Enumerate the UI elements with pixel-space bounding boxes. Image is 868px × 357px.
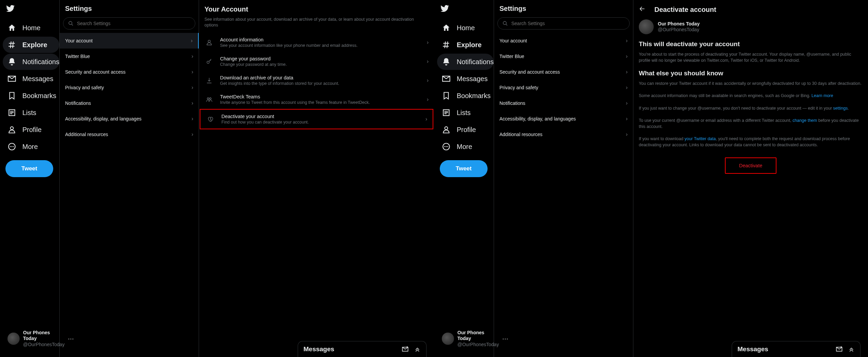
- settings-title: Settings: [494, 0, 633, 17]
- sidebar: Home Explore Notifications Messages Book…: [434, 0, 494, 357]
- detail-column: Your Account See information about your …: [199, 0, 434, 357]
- expand-icon[interactable]: [414, 346, 421, 353]
- settings-twitter-blue[interactable]: Twitter Blue›: [60, 49, 199, 64]
- nav-messages[interactable]: Messages: [3, 71, 59, 87]
- account-name: Our Phones Today: [23, 330, 64, 342]
- option-download-archive[interactable]: Download an archive of your dataGet insi…: [199, 71, 434, 90]
- settings-twitter-blue[interactable]: Twitter Blue›: [494, 49, 633, 64]
- nav-explore[interactable]: Explore: [3, 37, 59, 53]
- chevron-right-icon: ›: [626, 69, 628, 75]
- people-icon: [204, 96, 214, 103]
- svg-point-5: [207, 61, 209, 63]
- nav-label: Notifications: [457, 58, 494, 66]
- chevron-right-icon: ›: [427, 77, 429, 83]
- back-arrow-icon[interactable]: [639, 5, 646, 14]
- deactivate-heading: This will deactivate your account: [633, 40, 868, 51]
- nav-notifications[interactable]: Notifications: [3, 54, 59, 70]
- option-change-password[interactable]: Change your passwordChange your password…: [199, 52, 434, 71]
- nav-profile[interactable]: Profile: [437, 121, 494, 138]
- nav-messages[interactable]: Messages: [437, 71, 494, 87]
- what-else-heading: What else you should know: [633, 70, 868, 80]
- nav-bookmarks[interactable]: Bookmarks: [437, 88, 494, 104]
- settings-additional[interactable]: Additional resources›: [60, 127, 199, 142]
- nav-explore[interactable]: Explore: [437, 37, 494, 53]
- nav-notifications[interactable]: Notifications: [437, 54, 494, 70]
- settings-your-account[interactable]: Your account›: [60, 33, 199, 49]
- settings-notifications[interactable]: Notifications›: [494, 95, 633, 111]
- option-account-info[interactable]: Account informationSee your account info…: [199, 33, 434, 52]
- heartbreak-icon: [206, 116, 215, 123]
- detail-title: Deactivate account: [654, 6, 716, 14]
- nav-profile[interactable]: Profile: [3, 121, 59, 138]
- nav-label: Home: [457, 24, 475, 32]
- settings-search[interactable]: [497, 17, 630, 30]
- deactivate-p6: If you want to download your Twitter dat…: [633, 136, 868, 154]
- nav-lists[interactable]: Lists: [437, 105, 494, 121]
- key-icon: [204, 58, 214, 65]
- expand-icon[interactable]: [848, 346, 855, 353]
- settings-search[interactable]: [63, 17, 195, 30]
- account-switcher[interactable]: Our Phones Today @OurPhonesToday ⋯: [3, 327, 59, 351]
- settings-link[interactable]: settings: [833, 106, 848, 111]
- nav-label: Bookmarks: [22, 92, 56, 100]
- deactivate-button[interactable]: Deactivate: [725, 157, 777, 174]
- chevron-right-icon: ›: [626, 100, 628, 106]
- settings-your-account[interactable]: Your account›: [494, 33, 633, 49]
- messages-dock[interactable]: Messages: [732, 341, 861, 357]
- settings-accessibility[interactable]: Accessibility, display, and languages›: [60, 111, 199, 127]
- new-message-icon[interactable]: [402, 346, 409, 353]
- avatar: [639, 19, 654, 34]
- detail-description: See information about your account, down…: [199, 17, 434, 33]
- messages-dock-title: Messages: [737, 345, 768, 353]
- chevron-right-icon: ›: [426, 116, 427, 122]
- avatar: [7, 333, 20, 345]
- nav-label: Bookmarks: [457, 92, 491, 100]
- nav-more[interactable]: More: [437, 138, 494, 155]
- nav-lists[interactable]: Lists: [3, 105, 59, 121]
- deactivate-user-row[interactable]: Our Phones Today @OurPhonesToday: [633, 17, 868, 40]
- svg-point-6: [207, 98, 209, 99]
- option-tweetdeck-teams[interactable]: TweetDeck TeamsInvite anyone to Tweet fr…: [199, 90, 434, 109]
- download-icon: [204, 77, 214, 84]
- nav-bookmarks[interactable]: Bookmarks: [3, 88, 59, 104]
- settings-column: Settings Your account› Twitter Blue› Sec…: [494, 0, 633, 357]
- change-them-link[interactable]: change them: [792, 118, 817, 123]
- chevron-right-icon: ›: [427, 39, 429, 45]
- settings-privacy[interactable]: Privacy and safety›: [60, 80, 199, 95]
- tweet-button[interactable]: Tweet: [5, 160, 53, 177]
- nav-label: Explore: [457, 41, 481, 49]
- settings-additional[interactable]: Additional resources›: [494, 127, 633, 142]
- svg-point-4: [69, 21, 72, 24]
- settings-accessibility[interactable]: Accessibility, display, and languages›: [494, 111, 633, 127]
- sidebar: Home Explore Notifications Messages Book…: [0, 0, 59, 357]
- search-input[interactable]: [511, 21, 625, 26]
- deactivate-p4: If you just want to change your @usernam…: [633, 105, 868, 117]
- nav-label: Messages: [22, 75, 53, 83]
- account-switcher[interactable]: Our Phones Today @OurPhonesToday ⋯: [437, 327, 494, 351]
- account-handle: @OurPhonesToday: [23, 342, 64, 348]
- twitter-logo[interactable]: [437, 2, 494, 20]
- chevron-right-icon: ›: [427, 58, 429, 64]
- learn-more-link[interactable]: Learn more: [811, 93, 833, 98]
- new-message-icon[interactable]: [836, 346, 843, 353]
- nav-more[interactable]: More: [3, 138, 59, 155]
- settings-security[interactable]: Security and account access›: [494, 64, 633, 80]
- option-deactivate-account[interactable]: Deactivate your accountFind out how you …: [200, 109, 433, 129]
- deactivate-p2: You can restore your Twitter account if …: [633, 80, 868, 93]
- settings-notifications[interactable]: Notifications›: [60, 95, 199, 111]
- nav-home[interactable]: Home: [3, 20, 59, 36]
- settings-security[interactable]: Security and account access›: [60, 64, 199, 80]
- tweet-button[interactable]: Tweet: [440, 160, 488, 177]
- nav-label: Lists: [22, 109, 36, 117]
- messages-dock[interactable]: Messages: [298, 341, 427, 357]
- detail-title: Your Account: [199, 3, 434, 17]
- nav-label: More: [22, 143, 38, 151]
- settings-privacy[interactable]: Privacy and safety›: [494, 80, 633, 95]
- twitter-logo[interactable]: [3, 2, 59, 20]
- svg-point-9: [444, 146, 445, 147]
- nav-home[interactable]: Home: [437, 20, 494, 36]
- search-input[interactable]: [77, 21, 190, 26]
- twitter-data-link[interactable]: your Twitter data: [685, 136, 716, 141]
- account-name: Our Phones Today: [457, 330, 499, 342]
- nav-label: Explore: [22, 41, 47, 49]
